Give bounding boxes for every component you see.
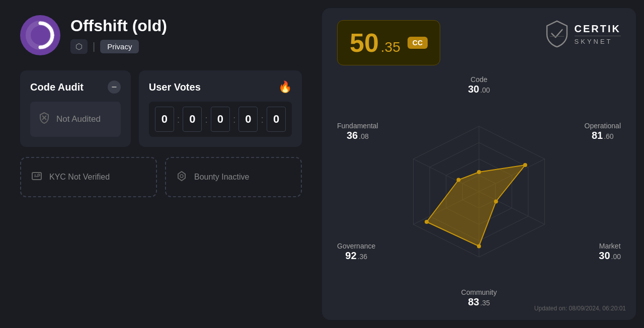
radar-label-market: Market 30 .00 [599,242,621,262]
vote-sep-3: : [233,114,236,125]
bounty-label: Bounty Inactive [194,173,249,182]
separator: | [93,41,95,52]
project-logo [20,15,60,55]
certik-logo: CERTIK SKYNET [544,20,621,48]
vote-digit-1: 0 [155,107,174,132]
radar-label-code: Code 30 .00 [468,75,490,95]
kyc-card: KYC Not Verified [20,157,157,197]
radar-polygon [427,165,525,246]
not-audited-label: Not Audited [56,114,101,124]
code-audit-title: Code Audit − [30,80,121,94]
radar-point-operational [523,163,527,167]
vote-sep-2: : [205,114,208,125]
radar-point-code [477,170,481,174]
svg-rect-4 [32,173,41,180]
bounty-card: Bounty Inactive [165,157,302,197]
project-info: Offshift (old) ⬡ | Privacy [70,17,167,54]
user-votes-title: User Votes 🔥 [149,80,292,94]
radar-point-governance [425,220,429,224]
score-box: 50 .35 CC [337,20,440,65]
radar-label-operational: Operational 81 .60 [585,122,621,141]
updated-text: Updated on: 08/09/2024, 06:20:01 [534,305,626,312]
vote-digit-4: 0 [238,107,258,132]
svg-point-8 [180,175,183,178]
project-name: Offshift (old) [70,17,167,35]
radar-point-market [494,200,498,204]
vote-digit-3: 0 [211,107,230,132]
not-audited-box: Not Audited [30,102,121,137]
fire-icon: 🔥 [278,80,292,94]
kyc-icon [31,171,42,184]
radar-chart [373,101,585,282]
radar-label-fundamental: Fundamental 36 .08 [337,122,378,141]
cards-row-top: Code Audit − Not Audited User Votes 🔥 [20,70,302,147]
vote-digit-5: 0 [267,107,286,132]
right-panel: 50 .35 CC CERTIK SKYNET [322,8,636,320]
certik-name: CERTIK [575,23,621,35]
score-decimal: .35 [381,39,400,55]
vote-display: 0 : 0 : 0 : 0 : 0 [149,102,292,137]
cc-badge: CC [408,37,428,49]
score-main: 50 [350,28,379,58]
certik-text: CERTIK SKYNET [575,23,621,45]
collapse-button[interactable]: − [108,80,121,94]
radar-point-fundamental [456,178,460,182]
vote-digit-2: 0 [183,107,202,132]
user-votes-card: User Votes 🔥 0 : 0 : 0 : 0 : 0 [139,70,302,147]
radar-container: Code 30 .00 Operational 81 .60 Market 30… [337,75,621,308]
certik-shield-icon [544,20,570,48]
radar-label-governance: Governance 92 .36 [337,242,375,262]
vote-sep-4: : [261,114,264,125]
left-panel: Offshift (old) ⬡ | Privacy Code Audit − [0,0,322,328]
bounty-icon [176,171,187,184]
eth-badge: ⬡ [70,39,88,54]
not-audited-icon [38,112,50,127]
certik-sub: SKYNET [575,36,621,45]
kyc-label: KYC Not Verified [49,173,110,182]
radar-label-community: Community 83 .35 [461,288,497,308]
project-header: Offshift (old) ⬡ | Privacy [20,15,302,55]
svg-point-1 [36,31,44,39]
eth-icon: ⬡ [75,42,83,51]
cards-row-bottom: KYC Not Verified Bounty Inactive [20,157,302,197]
radar-point-community [477,244,481,248]
category-badge: Privacy [100,40,139,53]
svg-point-7 [38,174,40,176]
right-top: 50 .35 CC CERTIK SKYNET [337,20,621,65]
vote-sep-1: : [177,114,180,125]
code-audit-card: Code Audit − Not Audited [20,70,131,147]
project-badges: ⬡ | Privacy [70,39,167,54]
